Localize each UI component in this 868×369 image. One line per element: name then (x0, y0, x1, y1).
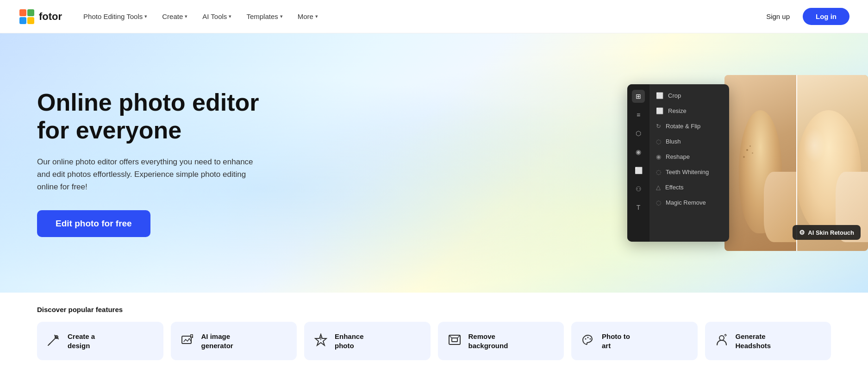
menu-item-effects[interactable]: △ Effects (649, 180, 729, 195)
nav-items: Photo Editing Tools ▾ Create ▾ AI Tools … (77, 9, 761, 24)
logo-icon (19, 8, 35, 25)
enhance-icon (313, 333, 328, 349)
remove-bg-icon (447, 333, 462, 349)
hero-section: Online photo editor for everyone Our onl… (0, 33, 868, 293)
feature-card-photo-art[interactable]: Photo toart (571, 322, 698, 360)
menu-item-magic-remove[interactable]: ◌ Magic Remove (649, 195, 729, 210)
feature-cards: Create adesign AI imagegenerator (37, 322, 831, 360)
svg-point-20 (587, 337, 589, 338)
nav-item-photo-editing[interactable]: Photo Editing Tools ▾ (77, 9, 154, 24)
hero-title: Online photo editor for everyone (37, 89, 264, 144)
nav-item-create[interactable]: Create ▾ (156, 9, 194, 24)
editor-menu: ⬜ Crop ⬜ Resize ↻ Rotate & Flip ◌ Blush … (649, 84, 729, 242)
ai-skin-retouch-badge: ⚙ AI Skin Retouch (793, 225, 861, 240)
enhance-label: Enhancephoto (335, 332, 364, 350)
svg-rect-4 (27, 17, 34, 24)
feature-card-remove-bg[interactable]: Removebackground (438, 322, 564, 360)
sidebar-people-icon[interactable]: ⚇ (632, 182, 645, 195)
signup-button[interactable]: Sign up (761, 9, 795, 24)
svg-rect-2 (27, 9, 34, 16)
login-button[interactable]: Log in (803, 8, 849, 25)
sidebar-filter-icon[interactable]: ⬡ (632, 127, 645, 140)
teeth-icon: ◌ (656, 169, 661, 175)
photo-divider (796, 75, 797, 251)
bottom-section: Discover popular features Create adesign (0, 293, 868, 369)
sidebar-eye-icon[interactable]: ◉ (632, 145, 645, 158)
effects-icon: △ (656, 184, 661, 191)
editor-sidebar: ⊞ ≡ ⬡ ◉ ⬜ ⚇ T (627, 84, 649, 242)
sidebar-shape-icon[interactable]: ⬜ (632, 164, 645, 177)
remove-bg-label: Removebackground (468, 332, 508, 350)
nav-item-ai-tools[interactable]: AI Tools ▾ (196, 9, 238, 24)
menu-item-crop[interactable]: ⬜ Crop (649, 88, 729, 103)
svg-point-21 (590, 338, 591, 339)
svg-line-7 (48, 344, 50, 345)
photo-before (724, 75, 796, 251)
chevron-down-icon: ▾ (144, 13, 147, 19)
chevron-down-icon: ▾ (229, 13, 231, 19)
menu-item-reshape[interactable]: ◉ Reshape (649, 149, 729, 164)
ai-image-icon (180, 333, 195, 349)
nav-right: Sign up Log in (761, 8, 849, 25)
ai-badge-icon: ⚙ (799, 229, 805, 236)
reshape-icon: ◉ (656, 153, 661, 160)
svg-point-19 (585, 338, 587, 339)
edit-photo-button[interactable]: Edit photo for free (37, 210, 150, 237)
chevron-down-icon: ▾ (185, 13, 187, 19)
editor-panel: ⊞ ≡ ⬡ ◉ ⬜ ⚇ T ⬜ Crop ⬜ Resize ↻ R (627, 84, 729, 242)
logo-text: fotor (39, 11, 62, 23)
crop-icon: ⬜ (656, 92, 663, 99)
create-design-label: Create adesign (68, 332, 95, 350)
nav-item-templates[interactable]: Templates ▾ (240, 9, 289, 24)
feature-card-headshots[interactable]: GenerateHeadshots (705, 322, 831, 360)
hero-image-area: ⊞ ≡ ⬡ ◉ ⬜ ⚇ T ⬜ Crop ⬜ Resize ↻ R (627, 75, 868, 251)
hero-subtitle: Our online photo editor offers everythin… (37, 156, 264, 194)
discover-label: Discover popular features (37, 306, 831, 313)
sidebar-grid-icon[interactable]: ⊞ (632, 90, 645, 103)
chevron-down-icon: ▾ (315, 13, 318, 19)
svg-point-22 (719, 336, 724, 340)
create-design-icon (46, 333, 61, 349)
feature-card-enhance[interactable]: Enhancephoto (304, 322, 431, 360)
svg-rect-3 (19, 17, 26, 24)
ai-image-label: AI imagegenerator (201, 332, 233, 350)
headshots-label: GenerateHeadshots (736, 332, 771, 350)
logo[interactable]: fotor (19, 8, 62, 25)
headshots-icon (714, 333, 729, 349)
svg-rect-16 (452, 338, 457, 342)
magic-remove-icon: ◌ (656, 199, 661, 206)
rotate-icon: ↻ (656, 123, 661, 130)
photo-art-label: Photo toart (602, 332, 630, 350)
chevron-down-icon: ▾ (280, 13, 283, 19)
menu-item-blush[interactable]: ◌ Blush (649, 134, 729, 149)
feature-card-ai-image[interactable]: AI imagegenerator (171, 322, 297, 360)
photo-after (796, 75, 868, 251)
blush-icon: ◌ (656, 138, 661, 145)
sidebar-adjust-icon[interactable]: ≡ (632, 108, 645, 121)
navbar: fotor Photo Editing Tools ▾ Create ▾ AI … (0, 0, 868, 33)
menu-item-rotate[interactable]: ↻ Rotate & Flip (649, 119, 729, 134)
sidebar-text-icon[interactable]: T (632, 201, 645, 214)
hero-photo: ⚙ AI Skin Retouch (724, 75, 868, 251)
svg-rect-1 (19, 9, 26, 16)
menu-item-teeth[interactable]: ◌ Teeth Whitening (649, 164, 729, 180)
feature-card-create-design[interactable]: Create adesign (37, 322, 163, 360)
resize-icon: ⬜ (656, 107, 663, 114)
menu-item-resize[interactable]: ⬜ Resize (649, 103, 729, 119)
photo-art-icon (581, 333, 595, 349)
nav-item-more[interactable]: More ▾ (291, 9, 325, 24)
hero-content: Online photo editor for everyone Our onl… (0, 61, 301, 264)
